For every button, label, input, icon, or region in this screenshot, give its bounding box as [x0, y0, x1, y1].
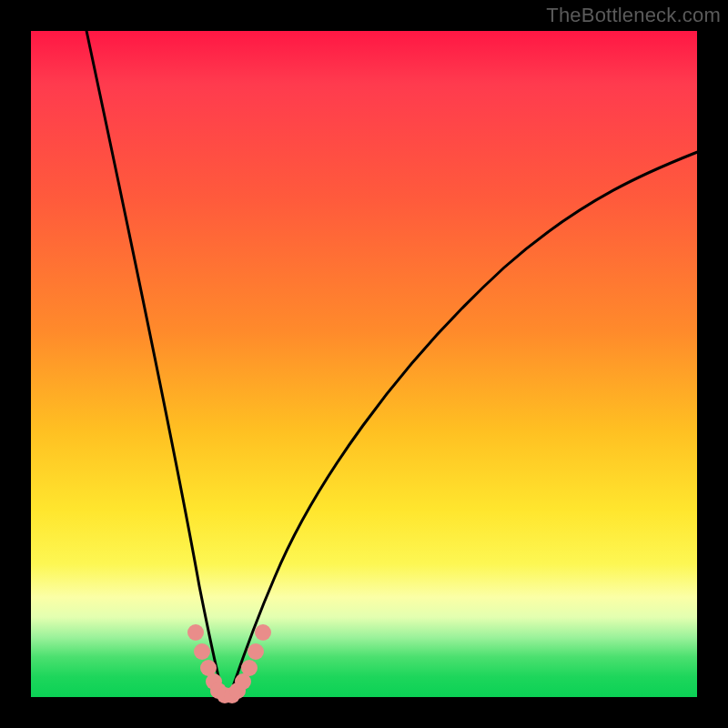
marker-dot: [187, 624, 204, 641]
marker-dot: [241, 660, 258, 676]
marker-cluster: [187, 624, 271, 703]
marker-dot: [194, 643, 210, 660]
watermark-text: TheBottleneck.com: [546, 4, 721, 27]
chart-svg: [31, 31, 697, 697]
curve-right-branch: [229, 151, 700, 697]
marker-dot: [248, 643, 264, 660]
marker-dot: [255, 624, 271, 641]
curve-left-branch: [86, 26, 224, 697]
chart-frame: TheBottleneck.com: [0, 0, 728, 728]
